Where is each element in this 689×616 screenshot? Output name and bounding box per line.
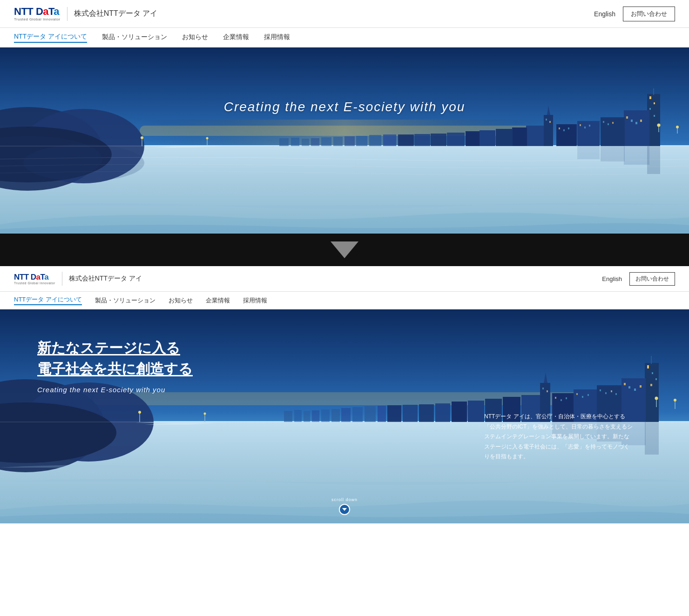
svg-rect-111 [452,402,467,422]
svg-rect-56 [369,135,381,146]
second-language-link[interactable]: English [602,275,622,282]
svg-rect-49 [291,138,299,146]
svg-rect-110 [468,401,484,422]
svg-rect-96 [576,393,578,395]
svg-rect-38 [549,121,551,123]
svg-rect-51 [311,138,319,146]
svg-rect-20 [631,120,633,122]
svg-rect-18 [624,110,649,146]
hero2-subtitle: Creating the next E-society with you [37,386,193,394]
svg-rect-57 [383,134,396,146]
svg-rect-21 [635,122,637,124]
svg-rect-29 [584,127,586,128]
svg-point-131 [655,397,658,400]
nav2-item-news[interactable]: お知らせ [169,296,193,305]
hero-cityscape-svg [0,47,689,234]
svg-point-61 [206,137,209,140]
second-nav: NTTデータ アイについて 製品・ソリューション お知らせ 企業情報 採用情報 [0,292,689,309]
nav-item-news[interactable]: お知らせ [182,33,208,42]
svg-point-129 [204,413,206,415]
svg-rect-102 [566,397,567,399]
svg-rect-98 [588,394,589,396]
svg-point-127 [138,411,141,414]
nav2-item-company[interactable]: 企業情報 [206,296,230,305]
second-contact-button[interactable]: お問い合わせ [629,272,675,286]
svg-rect-80 [647,365,649,368]
trusted-tagline: Trusted Global Innovator [14,18,61,21]
scroll-indicator[interactable]: scroll down [331,497,358,515]
svg-rect-101 [561,399,562,401]
main-nav: NTTデータ アイについて 製品・ソリューション お知らせ 企業情報 採用情報 [0,28,689,47]
header-right: English お問い合わせ [594,7,675,21]
svg-rect-43 [466,131,480,146]
svg-rect-87 [628,386,630,388]
svg-rect-124 [365,406,376,422]
svg-point-59 [141,136,143,139]
hero2-title-line1: 新たなステージに入る [37,337,193,358]
svg-rect-17 [653,88,654,95]
nav-item-company[interactable]: 企業情報 [223,33,249,42]
nav-item-recruit[interactable]: 採用情報 [264,33,290,42]
svg-rect-14 [654,102,655,104]
svg-rect-118 [304,411,310,422]
svg-rect-83 [650,384,652,386]
svg-rect-16 [654,115,655,117]
svg-rect-122 [341,408,351,422]
hero2-banner: 新たなステージに入る 電子社会を共に創造する Creating the next… [0,309,689,523]
language-link[interactable]: English [594,10,615,18]
svg-rect-33 [563,129,565,131]
logo-divider [67,7,68,21]
scroll-down-button[interactable] [339,504,350,515]
svg-rect-93 [611,390,612,392]
hero2-description: NTTデータ アイは、官公庁・自治体・医療を中心とする「公共分野のICT」を強み… [484,412,633,462]
nav2-item-about[interactable]: NTTデータ アイについて [14,295,82,305]
svg-rect-28 [580,124,581,126]
nav-item-about[interactable]: NTTデータ アイについて [14,33,87,43]
second-logo-area: NTT DaTa Trusted Global Innovator 株式会社NT… [14,272,142,286]
second-ntt-data-logo: NTT DaTa Trusted Global Innovator [14,273,55,285]
svg-rect-100 [555,397,556,399]
svg-rect-125 [378,406,386,422]
svg-rect-67 [624,146,649,165]
svg-rect-117 [294,410,302,422]
hero-tagline: Creating the next E-society with you [224,100,466,114]
svg-rect-113 [419,404,434,422]
svg-rect-79 [645,363,659,422]
svg-rect-123 [352,407,363,422]
nav2-item-products[interactable]: 製品・ソリューション [95,296,155,305]
svg-rect-121 [331,409,340,422]
main-header: NTT DaTa Trusted Global Innovator 株式会社NT… [0,0,689,28]
svg-rect-24 [603,121,604,123]
svg-rect-84 [651,356,652,364]
hero2-title-line2: 電子社会を共に創造する [37,358,193,379]
nav2-item-recruit[interactable]: 採用情報 [243,296,267,305]
second-company-name: 株式会社NTTデータ アイ [69,275,142,283]
svg-rect-97 [582,396,583,398]
svg-rect-15 [649,108,651,110]
svg-rect-69 [577,146,600,159]
svg-rect-46 [414,134,430,146]
svg-rect-13 [649,96,651,99]
nav-item-products[interactable]: 製品・ソリューション [102,33,167,42]
logo-area: NTT DaTa Trusted Global Innovator 株式会社NT… [14,7,157,21]
svg-rect-40 [512,127,527,146]
svg-rect-68 [601,146,625,161]
svg-rect-47 [398,134,414,146]
svg-rect-55 [356,136,367,146]
section-two: NTT DaTa Trusted Global Innovator 株式会社NT… [0,266,689,523]
svg-rect-91 [600,389,601,391]
svg-rect-41 [496,129,513,146]
second-logo-divider [62,272,62,286]
svg-rect-50 [302,139,309,146]
svg-rect-81 [652,372,653,374]
contact-button[interactable]: お問い合わせ [623,7,675,21]
svg-rect-89 [640,385,642,388]
scroll-arrow-icon [331,241,358,258]
scroll-down-text: scroll down [331,497,358,502]
svg-rect-54 [344,136,355,146]
second-header: NTT DaTa Trusted Global Innovator 株式会社NT… [0,266,689,292]
company-name: 株式会社NTTデータ アイ [74,9,158,19]
svg-rect-25 [608,123,609,125]
svg-rect-92 [605,392,607,394]
scroll-separator [0,234,689,266]
